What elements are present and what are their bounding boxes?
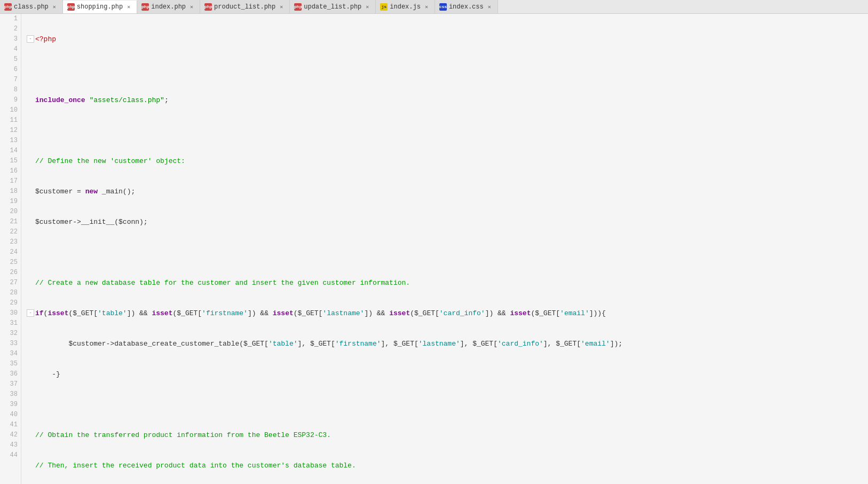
tab-product-list-php[interactable]: php product_list.php ✕ <box>200 0 290 13</box>
code-line-5: // Define the new 'customer' object: <box>27 156 868 166</box>
tab-label: update_list.php <box>304 3 361 11</box>
php-icon: php <box>141 3 149 11</box>
editor-area: 1 2 3 4 5 6 7 8 9 10 11 12 13 14 15 16 1… <box>0 14 868 484</box>
tab-close-shopping-php[interactable]: ✕ <box>125 3 132 11</box>
code-line-3: include_once "assets/class.php"; <box>27 95 868 105</box>
code-line-13 <box>27 400 868 410</box>
code-line-4 <box>27 126 868 136</box>
tab-bar: php class.php ✕ php shopping.php ✕ php i… <box>0 0 868 14</box>
tab-close-product-list-php[interactable]: ✕ <box>278 3 285 11</box>
tab-label: product_list.php <box>214 3 275 11</box>
tab-label: class.php <box>14 3 49 11</box>
code-line-14: // Obtain the transferred product inform… <box>27 430 868 440</box>
code-line-7: $customer->__init__($conn); <box>27 217 868 227</box>
code-line-6: $customer = new _main(); <box>27 186 868 197</box>
line-numbers: 1 2 3 4 5 6 7 8 9 10 11 12 13 14 15 16 1… <box>0 14 21 484</box>
php-icon: php <box>4 3 12 11</box>
tab-label: shopping.php <box>77 3 123 11</box>
fold-10[interactable]: - <box>27 309 34 317</box>
php-icon: php <box>294 3 302 11</box>
fold-1[interactable]: - <box>27 35 34 43</box>
tab-label: index.php <box>151 3 186 11</box>
tab-close-class-php[interactable]: ✕ <box>51 3 58 11</box>
php-icon: php <box>67 3 75 11</box>
css-icon: css <box>439 3 447 11</box>
code-line-9: // Create a new database table for the c… <box>27 278 868 288</box>
tab-index-css[interactable]: css index.css ✕ <box>435 0 498 13</box>
code-line-8 <box>27 247 868 257</box>
code-line-11: $customer->database_create_customer_tabl… <box>27 339 868 349</box>
php-icon: php <box>204 3 212 11</box>
tab-index-js[interactable]: js index.js ✕ <box>376 0 435 13</box>
tab-close-update-list-php[interactable]: ✕ <box>364 3 371 11</box>
tab-index-php[interactable]: php index.php ✕ <box>137 0 200 13</box>
code-line-10: -if(isset($_GET['table']) && isset($_GET… <box>27 308 868 318</box>
code-line-2 <box>27 65 868 75</box>
tab-close-index-js[interactable]: ✕ <box>423 3 430 11</box>
code-line-1: -<?php <box>27 34 868 44</box>
code-line-15: // Then, insert the received product dat… <box>27 460 868 471</box>
tab-close-index-css[interactable]: ✕ <box>486 3 493 11</box>
tab-update-list-php[interactable]: php update_list.php ✕ <box>290 0 376 13</box>
js-icon: js <box>380 3 388 11</box>
tab-label: index.css <box>449 3 484 11</box>
tab-label: index.js <box>390 3 421 11</box>
tab-close-index-php[interactable]: ✕ <box>188 3 195 11</box>
tab-shopping-php[interactable]: php shopping.php ✕ <box>63 1 137 14</box>
tab-class-php[interactable]: php class.php ✕ <box>0 0 63 13</box>
code-content[interactable]: -<?php include_once "assets/class.php"; … <box>21 14 868 484</box>
code-line-12: -} <box>27 369 868 379</box>
